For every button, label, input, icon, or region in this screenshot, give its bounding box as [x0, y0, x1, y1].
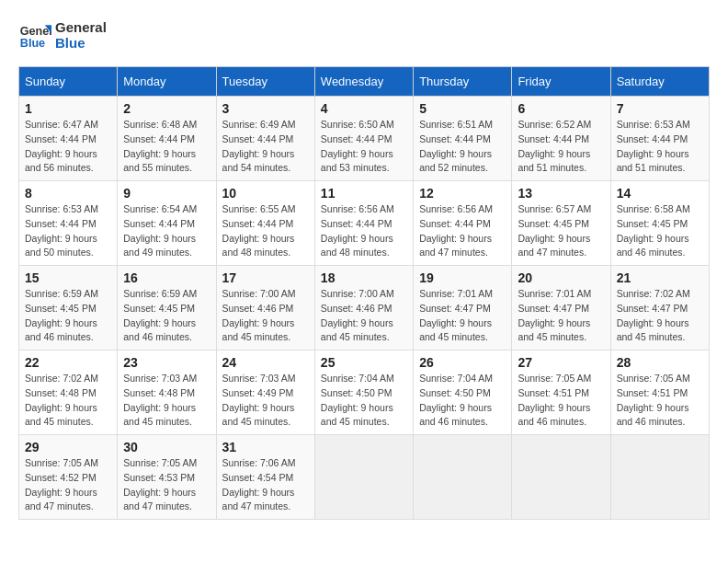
sunrise-label: Sunrise: 7:05 AM: [518, 373, 591, 384]
sunset-label: Sunset: 4:53 PM: [123, 472, 195, 483]
sunrise-label: Sunrise: 7:04 AM: [419, 373, 493, 384]
sunset-label: Sunset: 4:52 PM: [25, 472, 97, 483]
calendar-week-5: 29 Sunrise: 7:05 AM Sunset: 4:52 PM Dayl…: [19, 435, 710, 520]
logo-line2: Blue: [55, 35, 107, 51]
day-number: 20: [518, 270, 604, 285]
day-number: 29: [25, 440, 111, 454]
sunset-label: Sunset: 4:45 PM: [518, 218, 589, 229]
day-info: Sunrise: 7:06 AM Sunset: 4:54 PM Dayligh…: [222, 456, 309, 514]
daylight-label: Daylight: 9 hours and 46 minutes.: [123, 317, 196, 343]
sunset-label: Sunset: 4:51 PM: [518, 387, 589, 398]
sunrise-label: Sunrise: 6:53 AM: [617, 119, 690, 130]
day-info: Sunrise: 7:02 AM Sunset: 4:48 PM Dayligh…: [25, 372, 111, 430]
daylight-label: Daylight: 9 hours and 54 minutes.: [222, 148, 295, 174]
day-number: 23: [123, 355, 210, 370]
sunset-label: Sunset: 4:50 PM: [321, 387, 392, 398]
sunrise-label: Sunrise: 7:00 AM: [222, 288, 296, 299]
day-number: 15: [25, 270, 111, 285]
calendar-cell: 6 Sunrise: 6:52 AM Sunset: 4:44 PM Dayli…: [512, 97, 610, 181]
calendar-cell: 20 Sunrise: 7:01 AM Sunset: 4:47 PM Dayl…: [512, 266, 610, 350]
day-info: Sunrise: 7:03 AM Sunset: 4:49 PM Dayligh…: [222, 372, 309, 430]
sunrise-label: Sunrise: 6:52 AM: [518, 119, 591, 130]
daylight-label: Daylight: 9 hours and 55 minutes.: [123, 148, 196, 174]
daylight-label: Daylight: 9 hours and 45 minutes.: [617, 317, 689, 343]
day-info: Sunrise: 6:58 AM Sunset: 4:45 PM Dayligh…: [617, 202, 703, 260]
daylight-label: Daylight: 9 hours and 46 minutes.: [617, 233, 689, 259]
sunset-label: Sunset: 4:44 PM: [222, 218, 294, 229]
day-info: Sunrise: 6:47 AM Sunset: 4:44 PM Dayligh…: [25, 118, 111, 176]
calendar-cell: 23 Sunrise: 7:03 AM Sunset: 4:48 PM Dayl…: [118, 350, 216, 435]
day-number: 31: [222, 440, 309, 454]
sunrise-label: Sunrise: 6:55 AM: [222, 203, 296, 214]
day-number: 28: [617, 355, 703, 370]
daylight-label: Daylight: 9 hours and 46 minutes.: [518, 402, 590, 428]
day-info: Sunrise: 7:05 AM Sunset: 4:51 PM Dayligh…: [518, 372, 604, 430]
calendar-cell: [610, 435, 709, 520]
daylight-label: Daylight: 9 hours and 47 minutes.: [419, 233, 492, 259]
day-info: Sunrise: 7:03 AM Sunset: 4:48 PM Dayligh…: [123, 372, 210, 430]
day-number: 26: [419, 355, 506, 370]
day-number: 25: [321, 355, 407, 370]
sunrise-label: Sunrise: 6:54 AM: [123, 203, 197, 214]
sunrise-label: Sunrise: 7:05 AM: [25, 457, 98, 468]
daylight-label: Daylight: 9 hours and 45 minutes.: [123, 402, 196, 428]
sunset-label: Sunset: 4:50 PM: [419, 387, 491, 398]
sunset-label: Sunset: 4:51 PM: [617, 387, 688, 398]
sunset-label: Sunset: 4:44 PM: [419, 133, 491, 144]
day-info: Sunrise: 7:01 AM Sunset: 4:47 PM Dayligh…: [419, 287, 506, 345]
calendar-cell: 27 Sunrise: 7:05 AM Sunset: 4:51 PM Dayl…: [512, 350, 610, 435]
calendar-cell: 31 Sunrise: 7:06 AM Sunset: 4:54 PM Dayl…: [216, 435, 314, 520]
sunrise-label: Sunrise: 6:49 AM: [222, 119, 296, 130]
calendar-cell: 9 Sunrise: 6:54 AM Sunset: 4:44 PM Dayli…: [118, 181, 216, 266]
svg-text:Blue: Blue: [20, 37, 45, 50]
day-number: 16: [123, 270, 210, 285]
day-info: Sunrise: 6:57 AM Sunset: 4:45 PM Dayligh…: [518, 202, 604, 260]
day-number: 22: [25, 355, 111, 370]
sunrise-label: Sunrise: 7:02 AM: [617, 288, 690, 299]
daylight-label: Daylight: 9 hours and 46 minutes.: [617, 402, 689, 428]
calendar-week-4: 22 Sunrise: 7:02 AM Sunset: 4:48 PM Dayl…: [19, 350, 710, 435]
sunset-label: Sunset: 4:44 PM: [25, 133, 97, 144]
day-number: 10: [222, 186, 309, 201]
sunrise-label: Sunrise: 7:03 AM: [222, 373, 296, 384]
daylight-label: Daylight: 9 hours and 53 minutes.: [321, 148, 393, 174]
day-number: 18: [321, 270, 407, 285]
calendar-table: SundayMondayTuesdayWednesdayThursdayFrid…: [18, 66, 710, 520]
day-info: Sunrise: 7:04 AM Sunset: 4:50 PM Dayligh…: [419, 372, 506, 430]
calendar-cell: 24 Sunrise: 7:03 AM Sunset: 4:49 PM Dayl…: [216, 350, 314, 435]
day-number: 8: [25, 186, 111, 201]
sunrise-label: Sunrise: 7:05 AM: [123, 457, 197, 468]
calendar-cell: 30 Sunrise: 7:05 AM Sunset: 4:53 PM Dayl…: [118, 435, 216, 520]
weekday-header-sunday: Sunday: [19, 67, 118, 97]
day-info: Sunrise: 6:53 AM Sunset: 4:44 PM Dayligh…: [25, 202, 111, 260]
calendar-cell: 3 Sunrise: 6:49 AM Sunset: 4:44 PM Dayli…: [216, 97, 314, 181]
calendar-cell: 1 Sunrise: 6:47 AM Sunset: 4:44 PM Dayli…: [19, 97, 118, 181]
day-info: Sunrise: 7:04 AM Sunset: 4:50 PM Dayligh…: [321, 372, 407, 430]
day-info: Sunrise: 6:53 AM Sunset: 4:44 PM Dayligh…: [617, 118, 703, 176]
sunset-label: Sunset: 4:44 PM: [419, 218, 491, 229]
calendar-cell: 13 Sunrise: 6:57 AM Sunset: 4:45 PM Dayl…: [512, 181, 610, 266]
daylight-label: Daylight: 9 hours and 46 minutes.: [419, 402, 492, 428]
sunset-label: Sunset: 4:46 PM: [222, 303, 294, 314]
day-info: Sunrise: 7:05 AM Sunset: 4:52 PM Dayligh…: [25, 456, 111, 514]
sunrise-label: Sunrise: 7:05 AM: [617, 373, 690, 384]
day-info: Sunrise: 6:56 AM Sunset: 4:44 PM Dayligh…: [419, 202, 506, 260]
daylight-label: Daylight: 9 hours and 45 minutes.: [518, 317, 590, 343]
sunrise-label: Sunrise: 6:51 AM: [419, 119, 493, 130]
sunrise-label: Sunrise: 6:59 AM: [123, 288, 197, 299]
calendar-cell: 22 Sunrise: 7:02 AM Sunset: 4:48 PM Dayl…: [19, 350, 118, 435]
sunrise-label: Sunrise: 6:56 AM: [321, 203, 394, 214]
calendar-cell: [414, 435, 512, 520]
sunset-label: Sunset: 4:44 PM: [25, 218, 97, 229]
daylight-label: Daylight: 9 hours and 47 minutes.: [518, 233, 590, 259]
sunrise-label: Sunrise: 6:48 AM: [123, 119, 197, 130]
sunset-label: Sunset: 4:47 PM: [617, 303, 688, 314]
day-info: Sunrise: 6:50 AM Sunset: 4:44 PM Dayligh…: [321, 118, 407, 176]
sunrise-label: Sunrise: 6:50 AM: [321, 119, 394, 130]
day-number: 17: [222, 270, 309, 285]
sunset-label: Sunset: 4:46 PM: [321, 303, 392, 314]
day-info: Sunrise: 6:59 AM Sunset: 4:45 PM Dayligh…: [25, 287, 111, 345]
weekday-header-thursday: Thursday: [414, 67, 512, 97]
sunset-label: Sunset: 4:47 PM: [419, 303, 491, 314]
calendar-cell: 5 Sunrise: 6:51 AM Sunset: 4:44 PM Dayli…: [414, 97, 512, 181]
